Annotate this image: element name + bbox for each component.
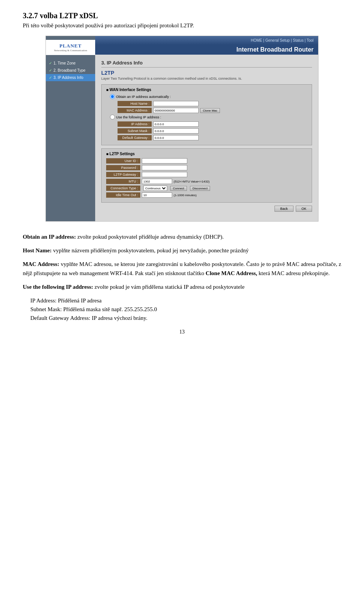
idle-hint: (1-1000 minutes) <box>174 194 196 197</box>
ip-address-label: IP Address: <box>30 297 56 304</box>
default-gateway-row: Default Gateway : <box>118 135 307 140</box>
subnet-mask-label: Subnet Mask : <box>118 128 152 134</box>
subnet-mask-row: Subnet Mask : <box>118 128 307 134</box>
radio-following[interactable] <box>110 115 115 120</box>
host-name-label: Host Name : <box>118 101 152 106</box>
obtain-label: Obtain an IP address: <box>23 234 76 240</box>
sidebar-label-2: 2. Broadband Type <box>53 68 85 72</box>
content-page-title: 3. IP Address Info <box>101 60 312 68</box>
l2tp-gateway-row: L2TP Gateway : <box>106 172 307 177</box>
indent-section: IP Address: Přídělená IP adresa Subnet M… <box>30 297 341 321</box>
section-title: 3.2.7 volba L2TP xDSL <box>23 11 341 20</box>
page-number: 13 <box>23 329 341 335</box>
section-subtitle: Při této volbě poskytovatel používá pro … <box>23 22 341 29</box>
password-row: Password : <box>106 165 307 170</box>
content-section-title: L2TP <box>101 70 312 76</box>
para-following: Use the following IP address: zvolte pok… <box>23 282 341 291</box>
text-content-block: Obtain an IP address: zvolte pokud posky… <box>23 232 341 291</box>
password-input[interactable] <box>142 165 187 170</box>
gateway-text: IP adresa výchozí brány. <box>90 315 147 321</box>
subnet-text: Přídělená maska sítě např. 255.255.255.0 <box>62 306 157 312</box>
radio-obtain[interactable] <box>110 94 115 99</box>
connection-type-select[interactable]: Continuous <box>143 186 167 191</box>
router-content: 3. IP Address Info L2TP Layer Two Tunnel… <box>95 55 318 221</box>
sidebar-label-1: 1. Time Zone <box>53 61 75 65</box>
wan-settings-box: ■ WAN Interface Settings Obtain an IP ad… <box>101 84 312 145</box>
clone-mac-button[interactable]: Clone Mac <box>200 108 220 113</box>
subnet-label: Subnet Mask: <box>30 306 62 312</box>
gateway-label: Default Gateway Address: <box>30 315 90 321</box>
para-obtain: Obtain an IP address: zvolte pokud posky… <box>23 232 341 241</box>
check-icon-2: ✓ <box>49 68 52 72</box>
ok-button[interactable]: OK <box>296 206 312 212</box>
mtu-hint: (512<=MTU Value<=1432) <box>174 180 210 183</box>
para-mac: MAC Address: vyplňte MAC adresou, se kte… <box>23 260 341 278</box>
header-nav: HOME | General Setup | Status | Tool <box>251 38 314 42</box>
check-icon-1: ✓ <box>49 61 52 65</box>
l2tp-settings-box: ■ L2TP Settings User ID : Password : L2T… <box>101 148 312 203</box>
l2tp-gateway-input[interactable] <box>142 172 187 177</box>
ip-address-input[interactable] <box>153 121 199 127</box>
header-title: Internet Broadband Router <box>236 46 314 53</box>
logo-sub: Networking & Communication <box>54 49 87 52</box>
obtain-text: zvolte pokud poskytovatel příděluje adre… <box>76 234 224 240</box>
idle-timeout-label: Idle Time Out : <box>106 192 140 198</box>
check-icon-3: ✓ <box>49 76 52 80</box>
idle-timeout-row: Idle Time Out : (1-1000 minutes) <box>106 192 307 198</box>
connect-button[interactable]: Connect <box>170 186 187 191</box>
mac-label: MAC Address: <box>23 261 59 267</box>
mac-text2: která MAC adresu překopíruje. <box>257 270 329 276</box>
router-logo: PLANET Networking & Communication <box>46 40 95 55</box>
radio-obtain-section: Obtain an IP address automatically : Hos… <box>110 94 307 113</box>
wan-section-title: ■ WAN Interface Settings <box>106 88 307 92</box>
clone-label: Clone MAC Address, <box>206 270 257 276</box>
following-label: Use the following IP address: <box>23 284 93 290</box>
host-name-row: Host Name : <box>118 101 307 106</box>
sidebar-item-ipaddress[interactable]: ✓ 3. IP Address Info <box>46 74 95 81</box>
disconnect-button[interactable]: Disconnect <box>190 186 210 191</box>
idle-timeout-input[interactable] <box>142 192 172 198</box>
gateway-para: Default Gateway Address: IP adresa výcho… <box>30 315 341 321</box>
password-label: Password : <box>106 165 140 170</box>
router-main: HOME | General Setup | Status | Tool Int… <box>95 36 318 221</box>
sidebar-label-3: 3. IP Address Info <box>53 76 83 80</box>
l2tp-section-title: ■ L2TP Settings <box>106 152 307 156</box>
host-name-input[interactable] <box>153 101 199 106</box>
user-id-input[interactable] <box>142 158 187 164</box>
mtu-label: MTU : <box>106 179 140 184</box>
ip-address-label: IP Address : <box>118 121 152 127</box>
mtu-row: MTU : (512<=MTU Value<=1432) <box>106 179 307 184</box>
radio-following-label: Use the following IP address : <box>116 115 161 119</box>
logo-planet: PLANET <box>60 43 82 49</box>
radio-following-section: Use the following IP address : IP Addres… <box>110 115 307 140</box>
subnet-mask-input[interactable] <box>153 128 199 134</box>
l2tp-gateway-label: L2TP Gateway : <box>106 172 140 177</box>
back-button[interactable]: Back <box>275 206 293 212</box>
sidebar-item-timezone[interactable]: ✓ 1. Time Zone <box>46 60 95 67</box>
router-screenshot: PLANET Networking & Communication ✓ 1. T… <box>46 36 318 222</box>
bottom-buttons: Back OK <box>101 206 312 212</box>
hostname-text: vyplňte názvem přiděleným poskytovatelem… <box>52 247 248 253</box>
mac-address-input[interactable] <box>153 108 199 113</box>
mtu-input[interactable] <box>142 179 172 184</box>
mac-address-label: MAC Address : <box>118 108 152 113</box>
connection-type-row: Connection Type : Continuous Connect Dis… <box>106 186 307 191</box>
ip-address-row: IP Address : <box>118 121 307 127</box>
default-gateway-input[interactable] <box>153 135 199 140</box>
sidebar-item-broadband[interactable]: ✓ 2. Broadband Type <box>46 67 95 74</box>
default-gateway-label: Default Gateway : <box>118 135 152 140</box>
ip-address-para: IP Address: Přídělená IP adresa <box>30 297 341 304</box>
following-text: zvolte pokud je vám přidělena statická I… <box>93 284 245 290</box>
ip-address-text: Přídělená IP adresa <box>56 297 102 304</box>
hostname-label: Host Name: <box>23 247 52 253</box>
router-header: HOME | General Setup | Status | Tool <box>95 36 318 45</box>
content-desc: Layer Two Tunneling Protocol is a common… <box>101 77 312 80</box>
connection-type-label: Connection Type : <box>106 186 140 191</box>
mac-address-row: MAC Address : Clone Mac <box>118 108 307 113</box>
radio-obtain-label: Obtain an IP address automatically : <box>116 95 171 99</box>
user-id-row: User ID : <box>106 158 307 164</box>
router-sidebar: PLANET Networking & Communication ✓ 1. T… <box>46 36 95 221</box>
para-hostname: Host Name: vyplňte názvem přiděleným pos… <box>23 246 341 255</box>
user-id-label: User ID : <box>106 158 140 164</box>
subnet-para: Subnet Mask: Přídělená maska sítě např. … <box>30 306 341 313</box>
